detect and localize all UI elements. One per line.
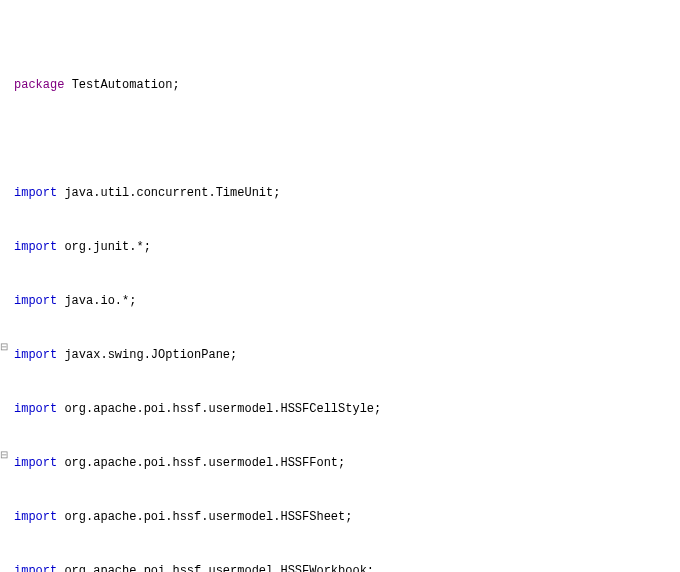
keyword-import: import [14, 402, 57, 416]
import-target: javax.swing.JOptionPane; [64, 348, 237, 362]
import-target: java.io.*; [64, 294, 136, 308]
keyword-package: package [14, 78, 64, 92]
code-editor: package TestAutomation; import java.util… [0, 0, 680, 572]
import-target: org.apache.poi.hssf.usermodel.HSSFFont; [64, 456, 345, 470]
keyword-import: import [14, 240, 57, 254]
keyword-import: import [14, 186, 57, 200]
keyword-import: import [14, 564, 57, 572]
keyword-import: import [14, 348, 57, 362]
fold-toggle-icon[interactable]: ⊟ [0, 450, 8, 460]
keyword-import: import [14, 294, 57, 308]
fold-gutter [0, 0, 10, 572]
import-target: org.apache.poi.hssf.usermodel.HSSFWorkbo… [64, 564, 374, 572]
import-target: java.util.concurrent.TimeUnit; [64, 186, 280, 200]
code-line: import javax.swing.JOptionPane; [14, 346, 676, 364]
code-line: import org.apache.poi.hssf.usermodel.HSS… [14, 562, 676, 572]
code-line: import java.io.*; [14, 292, 676, 310]
code-line: package TestAutomation; [14, 76, 676, 94]
import-target: org.apache.poi.hssf.usermodel.HSSFSheet; [64, 510, 352, 524]
keyword-import: import [14, 456, 57, 470]
import-target: org.apache.poi.hssf.usermodel.HSSFCellSt… [64, 402, 381, 416]
code-line: import org.junit.*; [14, 238, 676, 256]
blank-line [14, 130, 676, 148]
code-line: import org.apache.poi.hssf.usermodel.HSS… [14, 454, 676, 472]
import-target: org.junit.*; [64, 240, 150, 254]
package-name: TestAutomation; [72, 78, 180, 92]
fold-toggle-icon[interactable]: ⊟ [0, 342, 8, 352]
code-line: import org.apache.poi.hssf.usermodel.HSS… [14, 400, 676, 418]
keyword-import: import [14, 510, 57, 524]
code-line: import java.util.concurrent.TimeUnit; [14, 184, 676, 202]
code-line: import org.apache.poi.hssf.usermodel.HSS… [14, 508, 676, 526]
